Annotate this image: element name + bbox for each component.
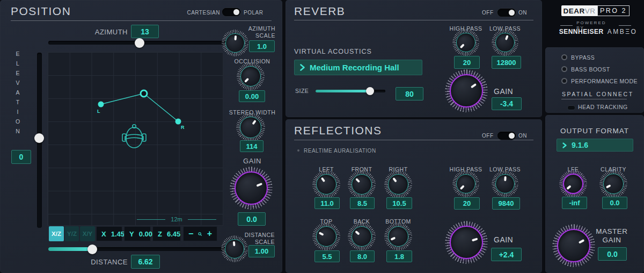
reflections-left-knob[interactable] <box>316 174 336 195</box>
reflections-top-knob[interactable] <box>316 226 336 247</box>
tab-xy-plane[interactable]: X/Y <box>80 226 95 241</box>
coord-z-field[interactable]: Z 6.45 <box>152 226 181 241</box>
dearvr-logo: DEARVR <box>561 5 597 16</box>
performance-mode-label: PERFORMANCE MODE <box>571 78 638 84</box>
tab-yz-plane[interactable]: Y/Z <box>65 226 79 241</box>
bypass-led <box>561 54 567 60</box>
output-format-value: 9.1.6 <box>572 141 588 149</box>
position-gain-knob[interactable] <box>235 171 268 205</box>
stereo-width-value[interactable]: 114 <box>240 140 264 152</box>
distance-value[interactable]: 6.62 <box>131 255 160 269</box>
virtual-acoustics-dropdown[interactable]: Medium Recording Hall <box>294 60 422 75</box>
coord-y-field[interactable]: Y 0.00 <box>124 226 151 241</box>
scale-value: 12m <box>171 216 182 222</box>
reflections-back-knob[interactable] <box>352 226 372 247</box>
stereo-width-knob[interactable] <box>240 117 261 138</box>
coord-x-field[interactable]: X 1.45 <box>96 226 122 241</box>
pro2-badge: PRO 2 <box>597 5 630 16</box>
cartesian-polar-toggle[interactable] <box>222 8 240 16</box>
reflections-bottom-value[interactable]: 1.8 <box>386 250 412 262</box>
reverb-lowpass-value[interactable]: 12800 <box>492 56 521 69</box>
reflections-front-value[interactable]: 8.5 <box>350 197 375 209</box>
reflections-left-value[interactable]: 11.0 <box>314 197 340 209</box>
bass-boost-label: BASS BOOST <box>571 66 610 73</box>
azimuth-scale-label: AZIMUTH SCALE <box>243 25 275 39</box>
knob-pointer <box>224 238 245 259</box>
right-source-dot[interactable] <box>175 119 181 125</box>
reflections-right-knob[interactable] <box>388 174 408 195</box>
reflections-right-value[interactable]: 10.5 <box>386 197 412 209</box>
bypass-label: BYPASS <box>571 54 595 61</box>
output-format-dropdown[interactable]: 9.1.6 <box>557 139 633 152</box>
reverb-gain-knob[interactable] <box>450 74 483 107</box>
size-slider-fill <box>316 90 370 92</box>
reverb-highpass-value[interactable]: 20 <box>454 56 480 69</box>
reverb-off-label: OFF <box>482 10 494 16</box>
distance-slider-handle[interactable] <box>87 245 97 254</box>
distance-scale-value[interactable]: 1.00 <box>248 245 275 257</box>
distance-label: DISTANCE <box>71 258 128 266</box>
azimuth-slider-handle[interactable] <box>135 38 144 48</box>
chevron-right-icon <box>562 142 567 148</box>
reflections-lowpass-knob[interactable] <box>495 174 515 193</box>
coord-y-axis: Y <box>129 230 134 238</box>
lfe-value[interactable]: -inf <box>562 197 587 209</box>
reverb-on-off-toggle[interactable] <box>497 9 516 17</box>
occlusion-value[interactable]: 0.00 <box>239 90 265 102</box>
coord-z-value[interactable]: 6.45 <box>167 230 180 238</box>
reflections-top-value[interactable]: 5.5 <box>314 250 340 262</box>
clarity-knob[interactable] <box>603 174 624 194</box>
azimuth-label: AZIMUTH <box>71 28 128 36</box>
performance-mode-led <box>561 78 567 84</box>
master-gain-knob[interactable] <box>557 229 590 262</box>
reverb-title: REVERB <box>294 5 345 18</box>
reverb-gain-value[interactable]: -3.4 <box>492 97 522 110</box>
logo-dear-text: DEAR <box>563 7 584 15</box>
reflections-gain-knob[interactable] <box>450 226 483 259</box>
reflections-lowpass-value[interactable]: 9840 <box>492 197 520 210</box>
logo-vr-text: VR <box>585 7 596 15</box>
reflections-highpass-value[interactable]: 20 <box>454 197 480 210</box>
position-gain-value[interactable]: 0.0 <box>238 212 266 226</box>
lfe-knob[interactable] <box>563 174 583 194</box>
source-position-ring[interactable] <box>141 90 147 97</box>
elevation-value[interactable]: 0 <box>11 150 31 164</box>
azimuth-scale-value[interactable]: 1.0 <box>249 40 275 52</box>
size-slider-handle[interactable] <box>366 87 374 95</box>
scale-line-right <box>188 219 216 220</box>
head-tracking-toggle[interactable] <box>567 105 575 110</box>
reflections-highpass-knob[interactable] <box>456 174 475 193</box>
reflections-bottom-knob[interactable] <box>388 226 408 247</box>
reflections-gain-value[interactable]: +2.4 <box>491 248 522 261</box>
occlusion-knob[interactable] <box>240 66 261 87</box>
realtime-auralisation-led <box>297 149 299 152</box>
reflections-header-rule <box>294 140 533 140</box>
listener-head-icon <box>121 123 148 152</box>
azimuth-value[interactable]: 13 <box>131 25 159 38</box>
coord-y-value[interactable]: 0.00 <box>139 230 152 238</box>
clarity-value[interactable]: 0.0 <box>602 197 627 209</box>
azimuth-scale-knob[interactable] <box>225 33 245 53</box>
tab-xz-plane[interactable]: X/Z <box>49 226 64 241</box>
reflections-back-value[interactable]: 8.0 <box>350 250 375 262</box>
coord-x-value[interactable]: 1.45 <box>111 230 125 238</box>
size-value[interactable]: 80 <box>396 87 423 100</box>
position-header-rule <box>11 20 272 21</box>
distance-scale-knob[interactable] <box>225 239 244 258</box>
zoom-in-button[interactable]: + <box>207 229 212 238</box>
reflections-on-off-toggle[interactable] <box>497 132 516 140</box>
zoom-out-button[interactable]: − <box>188 229 193 238</box>
master-gain-value[interactable]: 0.0 <box>598 247 627 261</box>
position-gain-label: GAIN <box>225 157 279 165</box>
reflections-front-knob[interactable] <box>352 174 372 195</box>
reverb-lowpass-knob[interactable] <box>495 33 515 52</box>
cartesian-label: CARTESIAN <box>182 10 220 16</box>
reverb-highpass-knob[interactable] <box>456 33 475 52</box>
virtual-acoustics-value: Medium Recording Hall <box>310 63 399 72</box>
magnifier-icon[interactable] <box>198 231 202 238</box>
virtual-acoustics-label: VIRTUAL ACOUSTICS <box>294 48 372 55</box>
left-source-dot[interactable] <box>98 102 104 107</box>
elevation-slider-handle[interactable] <box>34 133 44 143</box>
reverb-gain-label: GAIN <box>494 87 513 96</box>
polar-label: POLAR <box>244 10 263 16</box>
